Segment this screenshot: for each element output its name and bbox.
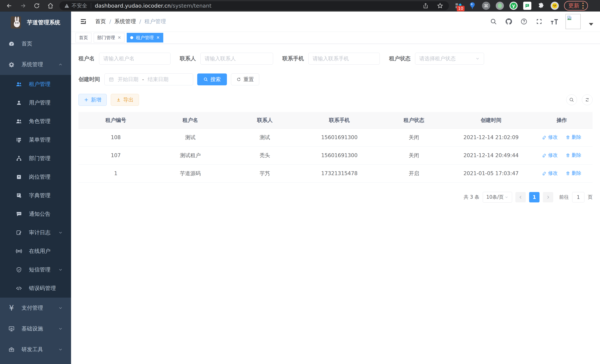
home-icon[interactable]: [46, 1, 55, 10]
chevron-up-icon: [58, 62, 63, 67]
export-button[interactable]: 导出: [111, 94, 139, 106]
plus-icon: [84, 97, 89, 102]
page-size-select[interactable]: 10条/页: [483, 192, 512, 203]
logo-row[interactable]: 芋道管理系统: [0, 11, 71, 33]
font-size-icon[interactable]: [550, 18, 558, 26]
toggle-search-icon[interactable]: [566, 94, 577, 105]
app-title: 芋道管理系统: [27, 19, 60, 26]
bookmark-star-icon[interactable]: [436, 2, 444, 10]
browser-menu-icon[interactable]: [582, 3, 584, 9]
sidebar-item-home[interactable]: 首页: [0, 33, 71, 54]
gear-icon: [8, 61, 15, 68]
page-1-button[interactable]: 1: [529, 192, 540, 202]
sidebar-item-devtools[interactable]: 研发工具: [0, 339, 71, 360]
cell-actions: 修改 删除: [531, 146, 593, 164]
sidebar-item-label: 系统管理: [21, 61, 43, 68]
edit-pen-icon: [542, 153, 547, 158]
edit-button[interactable]: 修改: [542, 134, 558, 140]
reset-button[interactable]: 重置: [231, 74, 259, 85]
next-page-button[interactable]: [543, 192, 553, 202]
address-bar[interactable]: 不安全 dashboard.yudao.iocoder.cn/system/te…: [59, 1, 449, 10]
pin-extension-icon[interactable]: [468, 2, 477, 10]
sidebar-item-dict[interactable]: 字典管理: [0, 186, 71, 205]
sidebar-item-menu[interactable]: 菜单管理: [0, 131, 71, 149]
cell-status: 关闭: [377, 146, 451, 164]
shield-check-icon: [16, 266, 22, 273]
sidebar-item-post[interactable]: 岗位管理: [0, 168, 71, 186]
sidebar-item-sms[interactable]: 短信管理: [0, 261, 71, 279]
sidebar-item-dept[interactable]: 部门管理: [0, 149, 71, 168]
chevron-down-icon: [475, 56, 480, 61]
close-icon[interactable]: ✕: [118, 35, 121, 40]
breadcrumb: 首页 / 系统管理 / 租户管理: [95, 18, 166, 25]
refresh-icon: [236, 77, 241, 82]
help-icon[interactable]: [520, 18, 528, 26]
edit-button[interactable]: 修改: [542, 170, 558, 177]
breadcrumb-system[interactable]: 系统管理: [114, 18, 136, 25]
tenant-name-input[interactable]: 请输入租户名: [99, 53, 170, 65]
goto-page-input[interactable]: 1: [572, 192, 584, 202]
browser-update-button[interactable]: 更新: [564, 1, 588, 10]
recorder-extension-icon[interactable]: [496, 2, 504, 10]
sidebar-item-system[interactable]: 系统管理: [0, 54, 71, 75]
tag-tenant[interactable]: 租户管理 ✕: [127, 33, 163, 42]
sidebar-item-label: 在线用户: [29, 247, 50, 255]
tags-view: 首页 部门管理 ✕ 租户管理 ✕: [71, 32, 600, 44]
browser-toolbar: 不安全 dashboard.yudao.iocoder.cn/system/te…: [0, 0, 600, 11]
sidebar-item-role[interactable]: 角色管理: [0, 112, 71, 131]
delete-button[interactable]: 删除: [566, 134, 581, 140]
cell-status: 开启: [377, 164, 451, 182]
reload-icon[interactable]: [32, 1, 42, 10]
header-search-icon[interactable]: [489, 18, 497, 26]
command-extension-icon[interactable]: [482, 2, 490, 10]
pagination: 共 3 条 10条/页 1 前往 1 页: [78, 192, 593, 203]
signal-user-icon: [16, 248, 22, 254]
navbar: 首页 / 系统管理 / 租户管理: [71, 11, 600, 32]
col-tenant-name: 租户名: [153, 112, 228, 128]
tag-home[interactable]: 首页: [75, 33, 92, 42]
cell-tenant-id: 107: [78, 146, 153, 164]
tab-manager-extension-icon[interactable]: 10: [455, 2, 463, 10]
avatar[interactable]: [565, 14, 581, 29]
chat-extension-icon[interactable]: [523, 2, 531, 10]
yudao-extension-icon[interactable]: y: [509, 2, 518, 10]
sidebar-item-payment[interactable]: ¥ 支付管理: [0, 298, 71, 318]
sidebar-item-online-users[interactable]: 在线用户: [0, 242, 71, 261]
fullscreen-icon[interactable]: [535, 18, 543, 26]
puzzle-extensions-icon[interactable]: [537, 2, 545, 10]
close-icon[interactable]: ✕: [156, 35, 159, 40]
tag-dept[interactable]: 部门管理 ✕: [94, 33, 124, 42]
delete-button[interactable]: 删除: [566, 152, 581, 159]
users-icon: [16, 81, 22, 88]
profile-avatar-icon[interactable]: [551, 2, 559, 10]
edit-button[interactable]: 修改: [542, 152, 558, 159]
trash-icon: [566, 153, 570, 158]
refresh-table-icon[interactable]: [582, 94, 593, 105]
delete-button[interactable]: 删除: [566, 170, 581, 177]
back-icon[interactable]: [4, 1, 14, 10]
sidebar-item-audit-log[interactable]: 审计日志: [0, 223, 71, 242]
col-created: 创建时间: [451, 112, 531, 128]
sidebar-item-tenant[interactable]: 租户管理: [0, 75, 71, 93]
prev-page-button[interactable]: [516, 192, 526, 202]
github-icon[interactable]: [505, 18, 513, 26]
phone-input[interactable]: 请输入联系手机: [308, 53, 380, 65]
sidebar-fold-icon[interactable]: [78, 16, 89, 27]
contact-input[interactable]: 请输入联系人: [200, 53, 273, 65]
avatar-dropdown-icon[interactable]: [589, 23, 593, 26]
sidebar-item-infra[interactable]: 基础设施: [0, 318, 71, 339]
status-select[interactable]: 请选择租户状态: [415, 53, 484, 65]
forward-icon[interactable]: [18, 1, 28, 10]
contact-label: 联系人: [180, 55, 196, 62]
breadcrumb-home[interactable]: 首页: [95, 18, 106, 25]
date-range-input[interactable]: 开始日期 - 结束日期: [104, 74, 193, 85]
sidebar-item-error-code[interactable]: 错误码管理: [0, 279, 71, 298]
extension-badge: 10: [457, 6, 465, 11]
add-button[interactable]: 新增: [78, 94, 107, 106]
sidebar-item-user[interactable]: 用户管理: [0, 93, 71, 112]
sidebar-item-notice[interactable]: 通知公告: [0, 205, 71, 223]
sidebar-item-label: 错误码管理: [29, 285, 56, 292]
search-button[interactable]: 搜索: [197, 74, 227, 85]
share-icon[interactable]: [422, 2, 430, 10]
site-security[interactable]: 不安全: [64, 2, 87, 9]
